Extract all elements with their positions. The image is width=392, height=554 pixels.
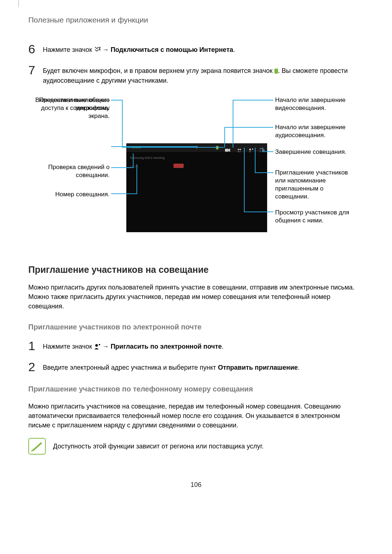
- connect-audio-icon: [94, 46, 101, 53]
- step-number: 7: [28, 64, 43, 76]
- section-title-inviting: Приглашение участников на совещание: [28, 263, 364, 276]
- step-number: 2: [28, 361, 43, 373]
- note-icon: [28, 438, 46, 455]
- people-icon: [237, 145, 242, 150]
- add-person-icon: [248, 145, 253, 150]
- label-audio-toggle: Начало или завершение аудиосовещания.: [275, 123, 359, 139]
- step1b-pre: Нажмите значок: [43, 343, 94, 350]
- step7-pre: Будет включен микрофон, и в правом верхн…: [43, 67, 274, 74]
- step1b-bold: Пригласить по электронной почте: [111, 343, 222, 350]
- device-screenshot: ‹ webex ⇪ Samsung test's meeting 10:00: [126, 143, 267, 232]
- step-1-email: 1 Нажмите значок → Пригласить по электро…: [28, 340, 364, 352]
- label-video-toggle: Начало или завершение видеосовещания.: [275, 96, 359, 112]
- section-body-inviting: Можно пригласить других пользователей пр…: [28, 283, 364, 311]
- mic-active-icon: [274, 69, 278, 74]
- step-2-email: 2 Введите электронный адрес участника и …: [28, 361, 364, 373]
- step2b-bold: Отправить приглашение: [218, 364, 298, 371]
- callout-diagram: ‹ webex ⇪ Samsung test's meeting 10:00 В…: [28, 96, 364, 245]
- svg-point-3: [249, 148, 251, 150]
- meeting-title: Samsung test's meeting: [130, 156, 165, 160]
- screenshot-topbar: ‹ webex ⇪: [126, 143, 267, 152]
- breadcrumb: Полезные приложения и функции: [28, 15, 364, 25]
- label-meeting-number: Номер совещания.: [30, 190, 110, 198]
- subsection-title-email: Приглашение участников по электронной по…: [28, 322, 364, 332]
- subsection-title-phone: Приглашение участников по телефонному но…: [28, 384, 364, 394]
- video-icon: [225, 145, 230, 150]
- label-participants: Просмотр участников для общения с ними.: [275, 209, 362, 225]
- share-icon: ⇪: [195, 145, 199, 151]
- mic-icon: [216, 146, 219, 149]
- step-number: 1: [28, 340, 43, 352]
- step2b-suffix: .: [298, 364, 299, 371]
- step1b-mid: →: [102, 343, 111, 350]
- step-7: 7 Будет включен микрофон, и в правом вер…: [28, 64, 364, 85]
- step-6: 6 Нажмите значок → Подключиться с помощь…: [28, 43, 364, 55]
- screenshot-body: Samsung test's meeting 10:00: [126, 152, 267, 232]
- page-number: 106: [28, 480, 364, 489]
- add-person-icon: [94, 343, 101, 349]
- label-meeting-info: Проверка сведений о совещании.: [30, 163, 110, 179]
- svg-point-2: [240, 149, 241, 150]
- note-text: Доступность этой функции зависит от реги…: [53, 438, 264, 451]
- subsection-body-phone: Можно пригласить участников на совещание…: [28, 402, 364, 430]
- meeting-recording-badge: [173, 164, 184, 168]
- step-number: 6: [28, 43, 43, 55]
- step6-mid: →: [102, 46, 111, 53]
- svg-point-5: [95, 344, 98, 347]
- svg-point-1: [238, 149, 239, 150]
- note-block: Доступность этой функции зависит от реги…: [28, 438, 364, 455]
- step1b-suffix: .: [222, 343, 224, 350]
- step6-suffix: .: [233, 46, 235, 53]
- label-end-meeting: Завершение совещания.: [275, 148, 359, 156]
- step6-pre: Нажмите значок: [43, 46, 94, 53]
- step6-bold: Подключиться с помощью Интернета: [111, 46, 233, 53]
- label-share-screen: Предоставление общего доступа к содержим…: [30, 96, 110, 120]
- step2b-pre: Введите электронный адрес участника и вы…: [43, 364, 218, 371]
- svg-rect-0: [225, 149, 228, 152]
- label-invite: Приглашение участников или напоминание п…: [275, 169, 359, 201]
